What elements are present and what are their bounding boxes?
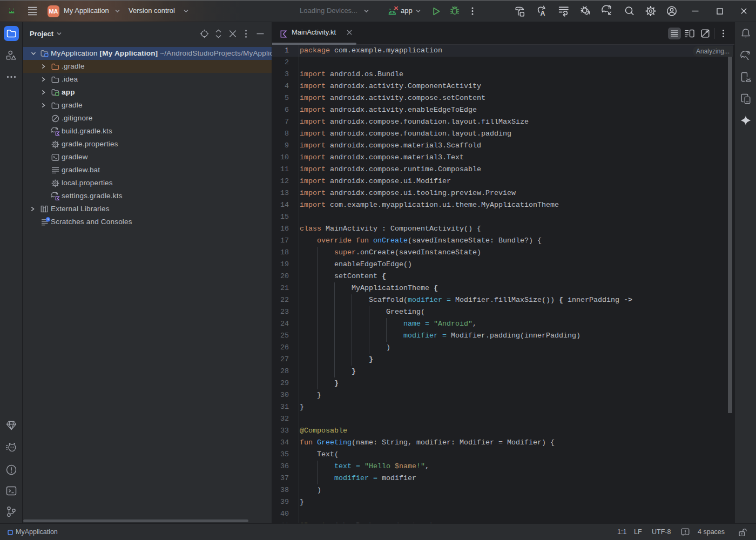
svg-text:A: A — [541, 10, 545, 17]
